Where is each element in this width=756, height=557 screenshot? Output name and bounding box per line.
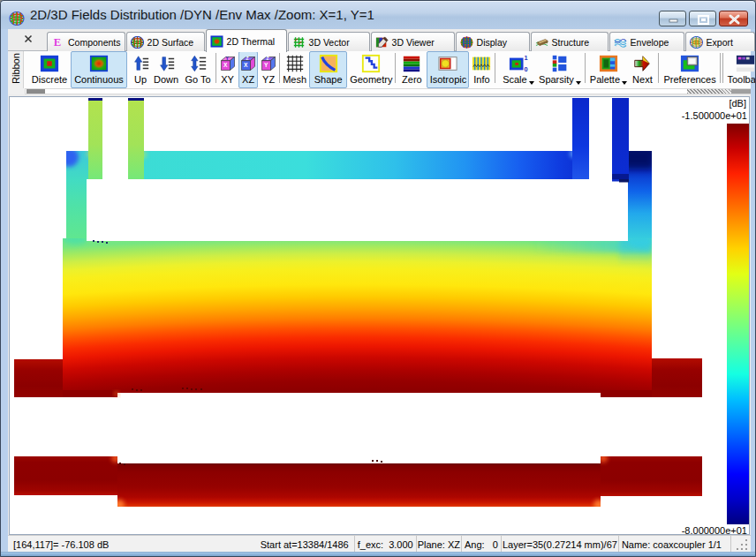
display-icon <box>460 36 473 49</box>
toolbar-separator <box>215 53 216 83</box>
toolbar-button-toolbars[interactable]: Toolbars <box>726 51 756 88</box>
geometry-icon <box>361 54 381 73</box>
tab-structure[interactable]: Structure <box>531 32 609 51</box>
tab-bar: E Components 2D Surface <box>8 29 751 51</box>
toolbar-separator <box>720 53 721 83</box>
scroll-track <box>25 88 751 94</box>
start-at-readout: Start at=13384/1486 <box>261 536 349 553</box>
up-icon <box>131 54 150 73</box>
toolbar-button-next[interactable]: Next <box>630 51 654 88</box>
tab-envelope[interactable]: Envelope <box>609 32 684 51</box>
toolbar-button-zero[interactable]: Zero <box>398 51 425 88</box>
ribbon-label: Ribbon <box>11 72 21 84</box>
scroll-hatch <box>687 89 731 94</box>
toolbar-button-shape[interactable]: Shape <box>309 51 347 88</box>
tab-components[interactable]: E Components <box>47 32 125 51</box>
plot-canvas[interactable]: [dB] -1.500000e+01 -8.000000e+01 <box>9 96 750 535</box>
toolbar-button-preferences[interactable]: Preferences <box>662 51 716 88</box>
toolbar-button-xy[interactable]: Y X XY <box>217 51 238 88</box>
envelope-icon <box>614 36 627 49</box>
vector-icon <box>292 36 306 49</box>
tab-3d-vector[interactable]: 3D Vector <box>288 32 370 51</box>
svg-text:0: 0 <box>524 65 527 73</box>
svg-text:E: E <box>54 36 61 49</box>
toolbar-button-info[interactable]: Info <box>471 51 492 88</box>
colorbar-unit-label: [dB] <box>729 98 746 109</box>
resize-grip[interactable] <box>731 536 751 553</box>
tab-2d-thermal[interactable]: 2D Thermal <box>206 29 287 52</box>
goto-icon <box>188 54 208 73</box>
dropdown-arrow-icon <box>529 81 534 85</box>
svg-text:Y: Y <box>264 62 268 68</box>
svg-text:Z: Z <box>267 56 269 61</box>
mesh-icon <box>285 54 305 73</box>
status-pane-fexc: f_exc: 3.000 <box>355 536 417 553</box>
close-button[interactable] <box>719 11 748 26</box>
status-pane-layer: Layer=35(0.27214 mm)/67 <box>502 536 619 553</box>
toolbar-button-discrete[interactable]: Discrete <box>29 51 70 88</box>
export-icon <box>690 36 703 49</box>
svg-text:Z: Z <box>246 56 249 61</box>
tab-export[interactable]: Export <box>685 32 755 51</box>
toolbar-button-sparsity[interactable]: Sparsity <box>537 51 582 88</box>
toolbar-separator <box>395 53 396 83</box>
thermal-icon <box>210 35 223 48</box>
titlebar: 2D/3D Fields Distribution /DYN /Env Max … <box>1 1 755 29</box>
toolbar-button-down[interactable]: Down <box>153 51 179 88</box>
cursor-readout: [164,117]= -76.108 dB <box>13 536 109 553</box>
zero-icon <box>402 54 421 73</box>
toolbar-separator <box>722 53 723 83</box>
toolbar-button-geometry[interactable]: Geometry <box>349 51 393 88</box>
sparsity-icon <box>550 54 570 73</box>
viewer-icon <box>375 36 389 49</box>
structure-icon <box>535 36 548 49</box>
window-title: 2D/3D Fields Distribution /DYN /Env Max … <box>30 7 374 22</box>
toolbar-scroll-strip <box>8 88 751 94</box>
toolbar-button-up[interactable]: Up <box>130 51 151 88</box>
dropdown-arrow-icon <box>576 81 581 85</box>
info-icon <box>472 54 491 73</box>
minimize-button[interactable] <box>659 11 686 26</box>
discrete-icon <box>40 54 59 73</box>
isotropic-icon <box>438 54 457 73</box>
continuous-icon <box>89 54 109 73</box>
xy-cube-icon: Y X <box>219 54 237 73</box>
toolbar-separator <box>495 53 495 83</box>
svg-text:X: X <box>244 62 248 68</box>
status-pane-cursor: [164,117]= -76.108 dB Start at=13384/148… <box>8 536 355 553</box>
yz-cube-icon: Z Y <box>260 54 277 73</box>
field-plot <box>10 97 749 534</box>
colorbar-max-label: -1.500000e+01 <box>682 110 747 121</box>
ribbon-close-icon[interactable] <box>21 32 35 46</box>
scroll-end <box>731 89 751 94</box>
svg-text:X: X <box>223 62 228 68</box>
window-frame-bottom <box>1 552 755 556</box>
tab-display[interactable]: Display <box>456 32 530 51</box>
app-window: 2D/3D Fields Distribution /DYN /Env Max … <box>0 0 756 557</box>
toolbars-icon <box>736 54 755 73</box>
status-pane-plane: Plane: XZ <box>417 536 462 553</box>
toolbar-button-goto[interactable]: Go To <box>181 51 215 88</box>
toolbar-separator <box>658 53 659 83</box>
svg-text:1: 1 <box>524 54 527 62</box>
components-icon: E <box>51 36 64 49</box>
xz-cube-icon: Z X <box>239 54 257 73</box>
toolbar-separator <box>585 53 586 83</box>
colorbar <box>727 124 749 524</box>
toolbar-button-mesh[interactable]: Mesh <box>282 51 307 88</box>
next-icon <box>632 54 652 73</box>
toolbar-button-palette[interactable]: Palette <box>587 51 629 88</box>
toolbar-button-scale[interactable]: 1 0 Scale <box>499 51 537 88</box>
toolbar-button-isotropic[interactable]: Isotropic <box>427 51 469 88</box>
toolbar-button-xz[interactable]: Z X XZ <box>238 51 258 88</box>
app-icon <box>9 11 25 26</box>
toolbar-button-yz[interactable]: Z Y YZ <box>259 51 278 88</box>
scroll-thumb[interactable] <box>26 89 45 94</box>
maximize-button[interactable] <box>689 11 716 26</box>
down-icon <box>156 54 176 73</box>
toolbar-separator <box>279 53 280 83</box>
toolbar-button-continuous[interactable]: Continuous <box>71 51 127 88</box>
dropdown-arrow-icon <box>622 81 627 85</box>
tab-3d-viewer[interactable]: 3D Viewer <box>371 32 455 51</box>
tab-2d-surface[interactable]: 2D Surface <box>126 32 205 51</box>
